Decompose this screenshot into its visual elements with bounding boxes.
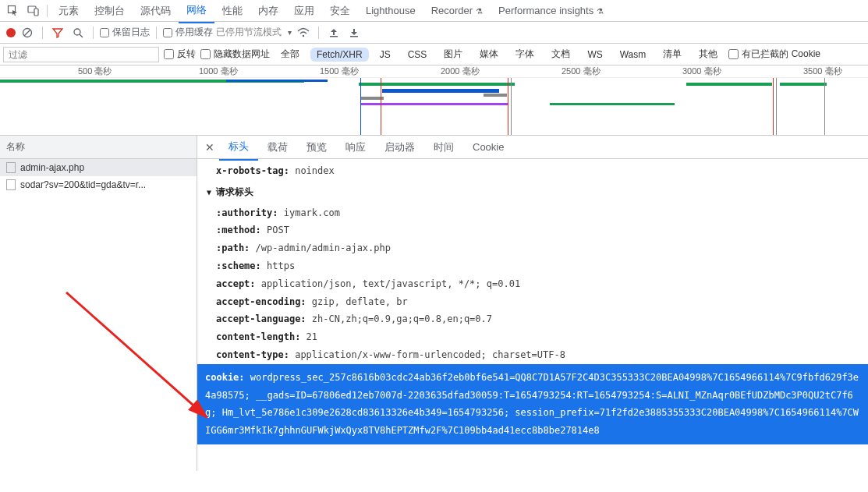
inspect-icon[interactable] <box>3 1 23 21</box>
download-icon[interactable] <box>345 24 363 41</box>
divider <box>156 27 157 39</box>
header-authority: :authority: iymark.com <box>207 204 859 222</box>
dtab-headers[interactable]: 标头 <box>219 136 258 161</box>
filter-icon[interactable] <box>49 24 66 41</box>
dtab-preview[interactable]: 预览 <box>297 136 336 160</box>
filter-css[interactable]: CSS <box>402 48 434 62</box>
dtab-cookies[interactable]: Cookie <box>463 136 513 158</box>
svg-line-4 <box>24 30 30 36</box>
filter-all[interactable]: 全部 <box>275 46 306 62</box>
tab-perf-insights[interactable]: Performance insights⚗ <box>491 0 611 21</box>
tab-elements[interactable]: 元素 <box>51 0 87 23</box>
filter-ws[interactable]: WS <box>581 48 608 62</box>
tab-application[interactable]: 应用 <box>286 0 322 23</box>
header-content-length: content-length: 21 <box>207 328 859 346</box>
filter-js[interactable]: JS <box>374 48 397 62</box>
timeline-tick: 3000 毫秒 <box>682 65 721 77</box>
throttling-label[interactable]: 已停用节流模式 <box>216 26 282 39</box>
timeline-bars <box>0 78 868 136</box>
tab-console[interactable]: 控制台 <box>87 0 133 23</box>
flask-icon: ⚗ <box>597 7 604 16</box>
header-xrobots: x-robots-tag: noindex <box>207 162 859 180</box>
timeline-tick: 500 毫秒 <box>78 65 112 77</box>
file-icon <box>6 162 16 173</box>
svg-line-6 <box>80 34 83 37</box>
network-toolbar: 保留日志 停用缓存 已停用节流模式 ▾ <box>0 22 868 44</box>
filter-fetch-xhr[interactable]: Fetch/XHR <box>310 48 369 62</box>
preserve-log-checkbox[interactable]: 保留日志 <box>100 26 150 39</box>
header-method: :method: POST <box>207 221 859 239</box>
filter-other[interactable]: 其他 <box>693 46 724 62</box>
details-tabs: ✕ 标头 载荷 预览 响应 启动器 时间 Cookie <box>197 136 868 159</box>
svg-rect-9 <box>350 36 358 37</box>
request-item[interactable]: sodar?sv=200&tid=gda&tv=r... <box>0 176 197 193</box>
svg-rect-8 <box>330 36 338 37</box>
filter-wasm[interactable]: Wasm <box>614 48 653 62</box>
blocked-cookies-checkbox[interactable]: 有已拦截的 Cookie <box>728 48 820 61</box>
hide-data-checkbox[interactable]: 隐藏数据网址 <box>200 48 270 61</box>
filter-media[interactable]: 媒体 <box>473 46 505 62</box>
tab-security[interactable]: 安全 <box>322 0 358 23</box>
upload-icon[interactable] <box>325 24 342 41</box>
tab-recorder[interactable]: Recorder⚗ <box>423 0 491 21</box>
header-path: :path: /wp-admin/admin-ajax.php <box>207 239 859 257</box>
filter-row: 反转 隐藏数据网址 全部 Fetch/XHR JS CSS 图片 媒体 字体 文… <box>0 44 868 65</box>
filter-doc[interactable]: 文档 <box>545 46 576 62</box>
dtab-timing[interactable]: 时间 <box>424 136 463 160</box>
header-accept: accept: application/json, text/javascrip… <box>207 275 859 293</box>
timeline-tick: 2500 毫秒 <box>562 65 601 77</box>
timeline-overview[interactable]: 500 毫秒 1000 毫秒 1500 毫秒 2000 毫秒 2500 毫秒 3… <box>0 65 868 136</box>
close-icon[interactable]: ✕ <box>200 141 219 154</box>
flask-icon: ⚗ <box>476 7 483 16</box>
header-accept-language: accept-language: zh-CN,zh;q=0.9,ga;q=0.8… <box>207 310 859 328</box>
svg-point-7 <box>303 34 304 36</box>
svg-point-5 <box>74 29 80 35</box>
divider <box>93 27 94 39</box>
tab-sources[interactable]: 源代码 <box>133 0 179 23</box>
tab-network[interactable]: 网络 <box>179 0 214 23</box>
tab-memory[interactable]: 内存 <box>250 0 286 23</box>
record-button[interactable] <box>6 28 16 37</box>
request-name: sodar?sv=200&tid=gda&tv=r... <box>20 179 146 190</box>
chevron-down-icon[interactable]: ▾ <box>288 28 292 37</box>
timeline-tick: 3500 毫秒 <box>803 65 842 77</box>
divider <box>42 27 43 39</box>
tab-lighthouse[interactable]: Lighthouse <box>358 0 423 21</box>
divider <box>318 27 319 39</box>
filter-img[interactable]: 图片 <box>438 46 469 62</box>
request-item[interactable]: admin-ajax.php <box>0 159 197 176</box>
filter-input[interactable] <box>3 47 159 62</box>
divider <box>47 5 48 17</box>
request-name: admin-ajax.php <box>20 162 84 173</box>
header-content-type: content-type: application/x-www-form-url… <box>207 346 859 364</box>
timeline-tick: 1000 毫秒 <box>199 65 238 77</box>
headers-panel[interactable]: x-robots-tag: noindex 请求标头 :authority: i… <box>197 159 868 471</box>
header-scheme: :scheme: https <box>207 257 859 275</box>
timeline-tick: 1500 毫秒 <box>320 65 359 77</box>
search-icon[interactable] <box>69 24 87 41</box>
svg-rect-2 <box>34 9 38 16</box>
invert-checkbox[interactable]: 反转 <box>164 48 196 61</box>
timeline-tick: 2000 毫秒 <box>441 65 480 77</box>
network-main: 名称 admin-ajax.php sodar?sv=200&tid=gda&t… <box>0 136 868 471</box>
clear-icon[interactable] <box>19 24 36 41</box>
header-cookie-highlighted[interactable]: cookie: wordpress_sec_257c8616b03cdc24ab… <box>197 364 868 444</box>
device-toggle-icon[interactable] <box>23 1 44 21</box>
filter-font[interactable]: 字体 <box>509 46 540 62</box>
request-details: ✕ 标头 载荷 预览 响应 启动器 时间 Cookie x-robots-tag… <box>197 136 868 471</box>
dtab-payload[interactable]: 载荷 <box>258 136 297 160</box>
devtools-main-tabs: 元素 控制台 源代码 网络 性能 内存 应用 安全 Lighthouse Rec… <box>0 0 868 22</box>
disable-cache-checkbox[interactable]: 停用缓存 <box>163 26 213 39</box>
tab-performance[interactable]: 性能 <box>214 0 250 23</box>
request-list-header[interactable]: 名称 <box>0 136 197 159</box>
request-headers-section[interactable]: 请求标头 <box>207 183 859 201</box>
timeline-ruler: 500 毫秒 1000 毫秒 1500 毫秒 2000 毫秒 2500 毫秒 3… <box>0 65 868 78</box>
file-icon <box>6 179 16 190</box>
wifi-icon[interactable] <box>295 24 312 41</box>
header-accept-encoding: accept-encoding: gzip, deflate, br <box>207 293 859 311</box>
dtab-response[interactable]: 响应 <box>336 136 375 160</box>
dtab-initiator[interactable]: 启动器 <box>375 136 424 160</box>
filter-manifest[interactable]: 清单 <box>657 46 688 62</box>
request-list: 名称 admin-ajax.php sodar?sv=200&tid=gda&t… <box>0 136 197 471</box>
